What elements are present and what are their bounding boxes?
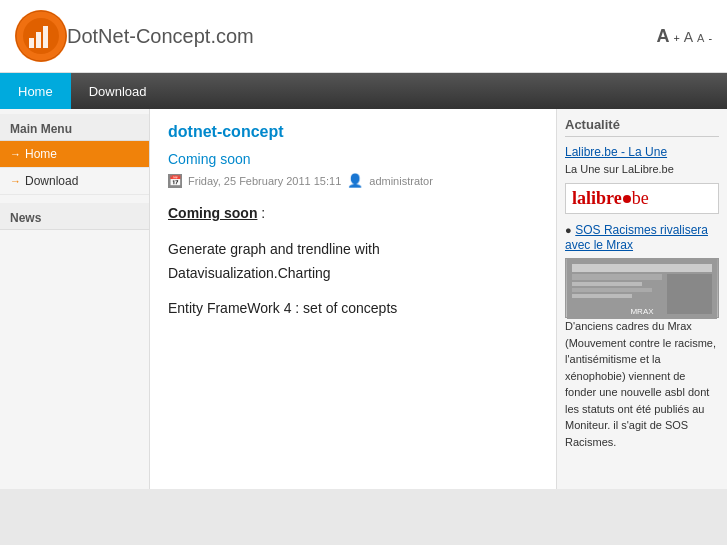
article-date: Friday, 25 February 2011 15:11	[188, 175, 341, 187]
nav-home[interactable]: Home	[0, 73, 71, 109]
svg-rect-12	[667, 274, 712, 314]
news2-link[interactable]: SOS Racismes rivalisera avec le Mrax	[565, 223, 708, 252]
lalibre-logo: lalibrebe	[565, 183, 719, 214]
site-logo	[15, 10, 67, 62]
nav-download[interactable]: Download	[71, 73, 165, 109]
user-icon: 👤	[347, 173, 363, 188]
news1-link[interactable]: Lalibre.be - La Une	[565, 145, 719, 159]
svg-rect-9	[572, 282, 642, 286]
article-author: administrator	[369, 175, 433, 187]
main-layout: Main Menu → Home → Download News dotnet-…	[0, 109, 727, 489]
svg-rect-2	[29, 38, 34, 48]
article-body: Coming soon : Generate graph and trendli…	[168, 202, 538, 321]
sidebar: Main Menu → Home → Download News	[0, 109, 150, 489]
svg-rect-4	[43, 26, 48, 48]
svg-rect-8	[572, 274, 662, 280]
lalibre-text: lalibre	[572, 188, 622, 209]
lalibre-be: be	[632, 188, 649, 209]
article-meta: 📅 Friday, 25 February 2011 15:11 👤 admin…	[168, 173, 538, 188]
svg-rect-3	[36, 32, 41, 48]
calendar-icon: 📅	[168, 174, 182, 188]
body-paragraph-3: Entity FrameWork 4 : set of concepts	[168, 297, 538, 321]
news2-item: ● SOS Racismes rivalisera avec le Mrax	[565, 222, 719, 252]
lalibre-dot	[623, 195, 631, 203]
news2-body: D'anciens cadres du Mrax (Mouvement cont…	[565, 318, 719, 450]
svg-text:MRAX: MRAX	[630, 307, 654, 316]
svg-rect-11	[572, 294, 632, 298]
header: DotNet-Concept.com A+ A A-	[0, 0, 727, 73]
font-medium-button[interactable]: A	[684, 29, 693, 45]
news1-desc: La Une sur LaLibre.be	[565, 163, 719, 175]
content-section-title: dotnet-concept	[168, 123, 538, 141]
font-resize-controls: A+ A A-	[656, 26, 712, 47]
sidebar-item-home[interactable]: → Home	[0, 141, 149, 168]
mrax-image: MRAX	[565, 258, 719, 318]
font-small-button[interactable]: A	[697, 32, 704, 44]
site-title: DotNet-Concept.com	[67, 25, 254, 48]
arrow-icon: →	[10, 148, 21, 160]
sidebar-news-title: News	[0, 203, 149, 230]
sidebar-news-section: News	[0, 203, 149, 230]
body-paragraph-1: Coming soon :	[168, 202, 538, 226]
right-panel: Actualité Lalibre.be - La Une La Une sur…	[557, 109, 727, 489]
svg-rect-10	[572, 288, 652, 292]
sidebar-home-label: Home	[25, 147, 57, 161]
sidebar-item-download[interactable]: → Download	[0, 168, 149, 195]
coming-soon-link[interactable]: Coming soon	[168, 205, 257, 221]
body-paragraph-2: Generate graph and trendline with Datavi…	[168, 238, 538, 286]
right-panel-title: Actualité	[565, 117, 719, 137]
main-content: dotnet-concept Coming soon 📅 Friday, 25 …	[150, 109, 557, 489]
sidebar-download-label: Download	[25, 174, 78, 188]
bullet-icon: ●	[565, 224, 572, 236]
article-title[interactable]: Coming soon	[168, 151, 538, 167]
navbar: Home Download	[0, 73, 727, 109]
sidebar-menu-title: Main Menu	[0, 114, 149, 141]
font-large-button[interactable]: A	[656, 26, 669, 47]
svg-rect-7	[572, 264, 712, 272]
arrow-icon-download: →	[10, 175, 21, 187]
